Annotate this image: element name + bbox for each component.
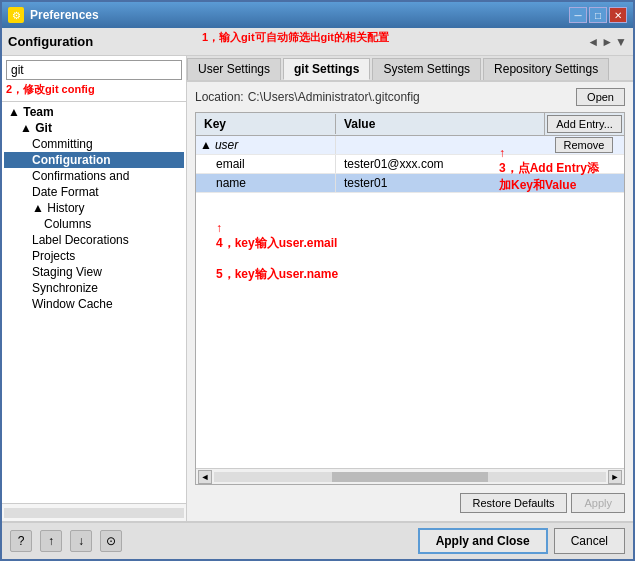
help-icon[interactable]: ? [10, 530, 32, 552]
apply-close-button[interactable]: Apply and Close [418, 528, 548, 554]
tabs: User Settings git Settings System Settin… [187, 56, 633, 82]
right-panel: User Settings git Settings System Settin… [187, 56, 633, 521]
tree-label: Synchronize [32, 281, 98, 295]
location-value: C:\Users\Administrator\.gitconfig [248, 90, 568, 104]
tree-label: Committing [32, 137, 93, 151]
tree-item-date-format[interactable]: Date Format [4, 184, 184, 200]
bottom-btn-row: Restore Defaults Apply [195, 491, 625, 515]
tree-label: Staging View [32, 265, 102, 279]
tree-label: Configuration [32, 153, 111, 167]
table-scroll[interactable]: ◄ ► [196, 468, 624, 484]
tree-item-confirmations[interactable]: Confirmations and [4, 168, 184, 184]
tree-label: Columns [44, 217, 91, 231]
annotation4-text: ↑4，key输入user.email [216, 221, 337, 252]
group-arrow: ▲ [200, 138, 212, 152]
sidebar-scroll[interactable] [2, 503, 186, 521]
tree-item-git[interactable]: ▲ Git [4, 120, 184, 136]
config-table: Key Value Add Entry... ▲ user [195, 112, 625, 485]
tree: ▲ Team ▲ Git Committing Configuration Co… [2, 102, 186, 503]
footer-icons: ? ↑ ↓ ⊙ [10, 530, 122, 552]
header-title: Configuration [8, 34, 93, 49]
col-value-header: Value [336, 114, 544, 134]
annotation1-text: 1，输入git可自动筛选出git的相关配置 [202, 30, 389, 45]
tree-item-synchronize[interactable]: Synchronize [4, 280, 184, 296]
import-icon[interactable]: ↓ [70, 530, 92, 552]
tree-item-window-cache[interactable]: Window Cache [4, 296, 184, 312]
group-key: ▲ user [196, 136, 336, 154]
tree-label: Confirmations and [32, 169, 129, 183]
tree-item-committing[interactable]: Committing [4, 136, 184, 152]
window-controls: ─ □ ✕ [569, 7, 627, 23]
tree-item-label-decorations[interactable]: Label Decorations [4, 232, 184, 248]
tab-content: Location: C:\Users\Administrator\.gitcon… [187, 82, 633, 521]
close-button[interactable]: ✕ [609, 7, 627, 23]
apply-button[interactable]: Apply [571, 493, 625, 513]
tree-label: Projects [32, 249, 75, 263]
panel-header-row: Configuration ◄ ► ▼ 1，输入git可自动筛选出git的相关配… [2, 28, 633, 56]
tab-repository-settings[interactable]: Repository Settings [483, 58, 609, 80]
row-key-email: email [196, 155, 336, 173]
annotation5-text: 5，key输入user.name [216, 266, 338, 283]
location-label: Location: [195, 90, 244, 104]
tree-label: ▲ History [32, 201, 85, 215]
tab-git-settings[interactable]: git Settings [283, 58, 370, 80]
scroll-left-btn[interactable]: ◄ [198, 470, 212, 484]
window-title: Preferences [30, 8, 99, 22]
export-icon[interactable]: ↑ [40, 530, 62, 552]
table-body: ▲ user Remove email [196, 136, 624, 468]
annotation3-text: ↑3，点Add Entry添加Key和Value [499, 146, 619, 194]
tree-item-configuration[interactable]: Configuration [4, 152, 184, 168]
footer: ? ↑ ↓ ⊙ Apply and Close Cancel [2, 521, 633, 559]
tree-item-columns[interactable]: Columns [4, 216, 184, 232]
title-bar: ⚙ Preferences ─ □ ✕ [2, 2, 633, 28]
location-bar: Location: C:\Users\Administrator\.gitcon… [195, 88, 625, 106]
tree-label: ▲ Team [8, 105, 54, 119]
tree-item-staging-view[interactable]: Staging View [4, 264, 184, 280]
scroll-track[interactable] [214, 472, 606, 482]
col-key-header: Key [196, 114, 336, 134]
tree-label: ▲ Git [20, 121, 52, 135]
annotation2-text: 2，修改git config [6, 82, 95, 97]
forward-arrow[interactable]: ► [601, 35, 613, 49]
tree-label: Label Decorations [32, 233, 129, 247]
search-bar: 2，修改git config [2, 56, 186, 102]
row-key-name: name [196, 174, 336, 192]
tree-item-projects[interactable]: Projects [4, 248, 184, 264]
scroll-right-btn[interactable]: ► [608, 470, 622, 484]
group-label-text: user [215, 138, 238, 152]
back-arrow[interactable]: ◄ [587, 35, 599, 49]
dropdown-arrow[interactable]: ▼ [615, 35, 627, 49]
footer-buttons: Apply and Close Cancel [418, 528, 625, 554]
restore-defaults-button[interactable]: Restore Defaults [460, 493, 568, 513]
tab-system-settings[interactable]: System Settings [372, 58, 481, 80]
add-entry-cell: Add Entry... [544, 113, 624, 135]
tab-user-settings[interactable]: User Settings [187, 58, 281, 80]
add-entry-button[interactable]: Add Entry... [547, 115, 622, 133]
tree-label: Date Format [32, 185, 99, 199]
sidebar: 2，修改git config ▲ Team ▲ Git Committing C… [2, 56, 187, 521]
table-header: Key Value Add Entry... [196, 113, 624, 136]
search-input[interactable] [6, 60, 182, 80]
maximize-button[interactable]: □ [589, 7, 607, 23]
window-icon: ⚙ [8, 7, 24, 23]
tree-item-team[interactable]: ▲ Team [4, 104, 184, 120]
navigation-arrows: ◄ ► ▼ [587, 35, 627, 49]
tree-item-history[interactable]: ▲ History [4, 200, 184, 216]
cancel-button[interactable]: Cancel [554, 528, 625, 554]
main-content: 2，修改git config ▲ Team ▲ Git Committing C… [2, 56, 633, 521]
open-button[interactable]: Open [576, 88, 625, 106]
tree-label: Window Cache [32, 297, 113, 311]
settings-icon[interactable]: ⊙ [100, 530, 122, 552]
minimize-button[interactable]: ─ [569, 7, 587, 23]
preferences-window: ⚙ Preferences ─ □ ✕ Configuration ◄ ► ▼ … [0, 0, 635, 561]
